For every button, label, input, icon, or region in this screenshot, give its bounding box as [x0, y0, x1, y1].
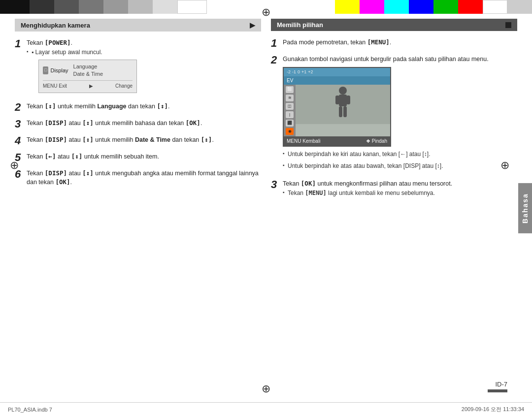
- menu-icon-1: ⬜: [286, 86, 294, 93]
- ev-scale: -2 -1 0 +1 +2: [287, 69, 313, 76]
- lcd-mockup: □ Display Language Date & Time MENU Exit…: [38, 60, 137, 93]
- color-magenta: [360, 0, 384, 14]
- right-step-3-sub: Tekan [MENU] lagi untuk kembali ke menu …: [283, 189, 517, 197]
- lcd-footer-left: MENU Exit: [43, 82, 67, 90]
- color-gray3: [103, 0, 128, 14]
- menu-bottom-left: MENU Kembali: [287, 137, 320, 145]
- color-gray2: [79, 0, 103, 14]
- color-black: [0, 0, 30, 14]
- footer-left: PL70_ASIA.indb 7: [8, 407, 52, 413]
- color-red: [458, 0, 483, 14]
- right-step-2-content: Gunakan tombol navigasi untuk bergulir p…: [283, 55, 517, 173]
- ev-scale-m1: -1: [292, 69, 296, 76]
- menu-icon-2: ≋: [286, 95, 294, 101]
- color-gray4: [128, 0, 153, 14]
- step-3-content: Tekan [DISP] atau [↕] untuk memilih baha…: [27, 119, 261, 128]
- color-white2: [483, 0, 507, 14]
- right-step-2: 2 Gunakan tombol navigasi untuk bergulir…: [271, 55, 517, 173]
- step-5: 5 Tekan [←] atau [↕] untuk memilih sebua…: [15, 152, 261, 163]
- page-num-bar: [488, 389, 507, 392]
- footer: PL70_ASIA.indb 7 2009-09-16 오전 11:33:34: [0, 402, 532, 416]
- lcd-line1: Language: [73, 63, 103, 70]
- menu-bottom-bar: MENU Kembali ❖ Pindah: [284, 136, 390, 146]
- menu-ev-label: EV: [284, 76, 390, 85]
- color-cyan: [384, 0, 409, 14]
- columns: Menghidupkan kamera ▶ 1 Tekan [POWER]. ▪…: [15, 19, 517, 398]
- step-2-content: Tekan [↕] untuk memilih Language dan tek…: [27, 102, 261, 111]
- lcd-footer-right: Change: [115, 82, 133, 90]
- lcd-display-label: Display: [50, 66, 68, 75]
- right-column: Memilih pilihan 1 Pada mode pemotretan, …: [271, 19, 517, 398]
- svg-rect-5: [343, 106, 347, 117]
- left-column: Menghidupkan kamera ▶ 1 Tekan [POWER]. ▪…: [15, 19, 261, 398]
- menu-icons-list: ⬜ ≋ ◫ | ⬛ ◉: [284, 85, 296, 136]
- lcd-right-text: Language Date & Time: [73, 63, 103, 78]
- step-1: 1 Tekan [POWER]. ▪ Layar setup awal munc…: [15, 38, 261, 96]
- right-bullet-2: Untuk berpindah ke atas atau bawah, teka…: [283, 161, 517, 170]
- ev-scale-p1: +1: [301, 69, 306, 76]
- color-gray1: [54, 0, 79, 14]
- svg-point-0: [339, 87, 347, 95]
- color-dark: [30, 0, 54, 14]
- step-4-num: 4: [15, 135, 23, 146]
- left-section-arrow: ▶: [250, 21, 255, 29]
- menu-icon-6: ◉: [286, 128, 294, 135]
- svg-rect-4: [339, 106, 342, 117]
- step-1-text: Tekan [POWER].: [27, 39, 72, 46]
- ev-scale-m2: -2: [287, 69, 291, 76]
- step-5-content: Tekan [←] atau [↕] untuk memilih sebuah …: [27, 152, 261, 161]
- step-6-content: Tekan [DISP] atau [↕] untuk mengubah ang…: [27, 169, 261, 188]
- menu-icon-5: ⬛: [286, 120, 294, 127]
- menu-figure: [296, 85, 390, 124]
- right-section-header: Memilih pilihan: [271, 19, 517, 31]
- menu-mockup: -2 -1 0 +1 +2 EV: [283, 67, 391, 147]
- color-blue: [409, 0, 433, 14]
- right-step-2-num: 2: [271, 55, 279, 65]
- step-1-content: Tekan [POWER]. ▪ Layar setup awal muncul…: [27, 38, 261, 96]
- reg-mark-top: ⊕: [259, 5, 273, 20]
- color-gray5: [153, 0, 177, 14]
- color-light-gray: [507, 0, 532, 14]
- figure-svg: [331, 86, 355, 124]
- right-bullet-1: Untuk berpindah ke kiri atau kanan, teka…: [283, 150, 517, 159]
- color-yellow: [335, 0, 360, 14]
- menu-icon-4: |: [286, 111, 294, 118]
- page-id: ID-7: [488, 381, 507, 388]
- page-number-area: ID-7: [488, 381, 507, 392]
- right-step-1: 1 Pada mode pemotretan, tekan [MENU].: [271, 38, 517, 49]
- menu-ev-bar: -2 -1 0 +1 +2: [284, 68, 390, 77]
- step-1-sub: ▪ Layar setup awal muncul.: [27, 48, 261, 57]
- lcd-line2: Date & Time: [73, 70, 103, 78]
- right-section-title: Memilih pilihan: [277, 21, 323, 29]
- svg-rect-2: [335, 96, 339, 104]
- main-content: Menghidupkan kamera ▶ 1 Tekan [POWER]. ▪…: [15, 19, 517, 398]
- step-2: 2 Tekan [↕] untuk memilih Language dan t…: [15, 102, 261, 113]
- footer-right: 2009-09-16 오전 11:33:34: [462, 406, 524, 413]
- menu-icon-3: ◫: [286, 103, 294, 110]
- step-4: 4 Tekan [DISP] atau [↕] untuk memilih Da…: [15, 135, 261, 146]
- step-6-num: 6: [15, 169, 23, 180]
- step-1-num: 1: [15, 38, 23, 49]
- sidebar-tab: Bahasa: [518, 183, 532, 233]
- right-section-square: [505, 22, 511, 28]
- step-3: 3 Tekan [DISP] atau [↕] untuk memilih ba…: [15, 119, 261, 129]
- menu-body: ⬜ ≋ ◫ | ⬛ ◉: [284, 85, 390, 136]
- lcd-top-row: □ Display Language Date & Time: [43, 63, 133, 78]
- color-green: [433, 0, 458, 14]
- step-5-num: 5: [15, 152, 23, 163]
- menu-bottom-right: ❖ Pindah: [366, 137, 387, 145]
- left-section-header: Menghidupkan kamera ▶: [15, 19, 261, 32]
- right-step-1-content: Pada mode pemotretan, tekan [MENU].: [283, 38, 517, 47]
- svg-rect-1: [339, 95, 347, 106]
- step-3-num: 3: [15, 119, 23, 129]
- color-white: [177, 0, 207, 14]
- right-step-3: 3 Tekan [OK] untuk mengkonfirmasi piliha…: [271, 179, 517, 200]
- step-6: 6 Tekan [DISP] atau [↕] untuk mengubah a…: [15, 169, 261, 188]
- step-2-num: 2: [15, 102, 23, 113]
- lcd-display-icon-group: □ Display: [43, 66, 68, 75]
- step-4-content: Tekan [DISP] atau [↕] untuk memilih Date…: [27, 135, 261, 145]
- lcd-footer-arrow: ▶: [89, 82, 93, 90]
- svg-rect-3: [346, 96, 350, 104]
- lcd-footer: MENU Exit ▶ Change: [43, 80, 133, 90]
- right-step-1-num: 1: [271, 38, 279, 49]
